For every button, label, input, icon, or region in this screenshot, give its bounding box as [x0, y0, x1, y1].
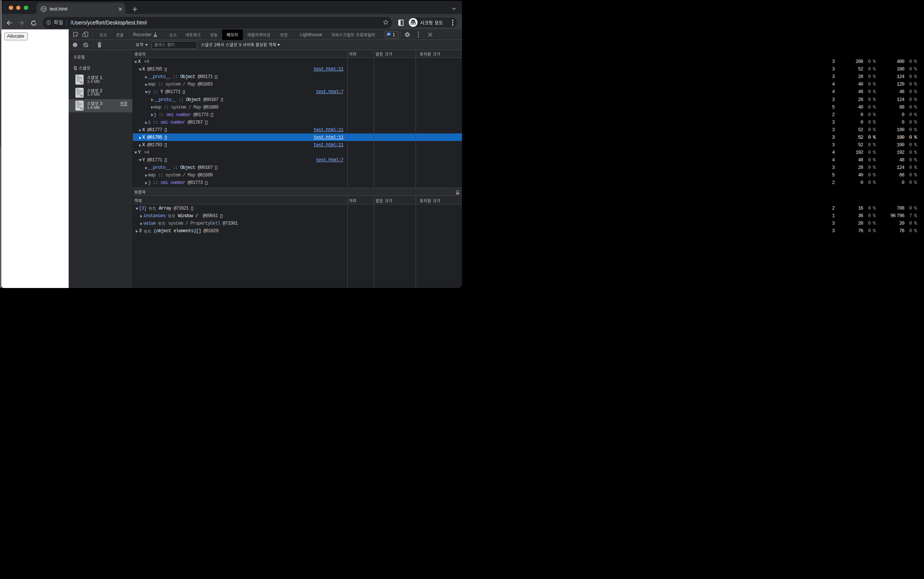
svg-text:%: % [80, 93, 83, 97]
svg-text:%: % [80, 107, 83, 110]
svg-text:%: % [80, 81, 83, 84]
